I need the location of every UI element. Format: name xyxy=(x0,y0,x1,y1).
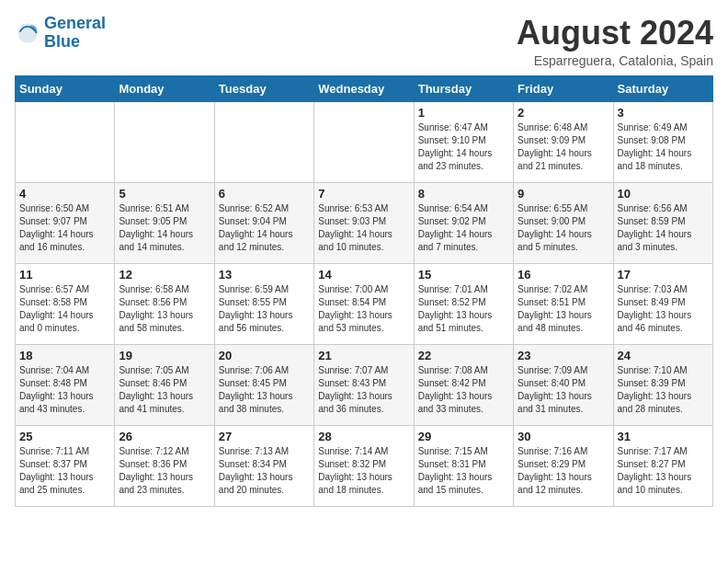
day-info: Sunrise: 7:09 AM Sunset: 8:40 PM Dayligh… xyxy=(518,364,609,416)
calendar-cell: 2Sunrise: 6:48 AM Sunset: 9:09 PM Daylig… xyxy=(514,101,613,182)
day-info: Sunrise: 6:49 AM Sunset: 9:08 PM Dayligh… xyxy=(618,121,709,173)
calendar-cell: 21Sunrise: 7:07 AM Sunset: 8:43 PM Dayli… xyxy=(314,344,414,425)
month-year: August 2024 xyxy=(517,15,713,52)
day-number: 24 xyxy=(618,349,709,362)
day-number: 10 xyxy=(618,187,709,201)
calendar-week-row: 25Sunrise: 7:11 AM Sunset: 8:37 PM Dayli… xyxy=(16,425,713,506)
weekday-header-row: SundayMondayTuesdayWednesdayThursdayFrid… xyxy=(16,75,713,101)
day-number: 6 xyxy=(219,187,310,201)
day-number: 19 xyxy=(119,349,210,362)
day-info: Sunrise: 7:01 AM Sunset: 8:52 PM Dayligh… xyxy=(418,283,509,335)
calendar-cell: 22Sunrise: 7:08 AM Sunset: 8:42 PM Dayli… xyxy=(414,344,513,425)
calendar-cell: 20Sunrise: 7:06 AM Sunset: 8:45 PM Dayli… xyxy=(214,344,313,425)
calendar-cell: 31Sunrise: 7:17 AM Sunset: 8:27 PM Dayli… xyxy=(613,425,712,506)
calendar-cell: 8Sunrise: 6:54 AM Sunset: 9:02 PM Daylig… xyxy=(414,182,513,263)
day-number: 20 xyxy=(219,349,310,362)
calendar-cell xyxy=(214,101,313,182)
calendar-cell xyxy=(115,101,214,182)
logo-line1: General xyxy=(44,14,106,32)
calendar-cell: 23Sunrise: 7:09 AM Sunset: 8:40 PM Dayli… xyxy=(514,344,613,425)
weekday-header: Wednesday xyxy=(314,75,414,101)
day-info: Sunrise: 6:59 AM Sunset: 8:55 PM Dayligh… xyxy=(219,283,310,335)
day-number: 17 xyxy=(618,268,709,282)
day-info: Sunrise: 7:14 AM Sunset: 8:32 PM Dayligh… xyxy=(318,445,409,497)
day-info: Sunrise: 6:53 AM Sunset: 9:03 PM Dayligh… xyxy=(318,202,409,254)
calendar-week-row: 4Sunrise: 6:50 AM Sunset: 9:07 PM Daylig… xyxy=(16,182,713,263)
day-number: 13 xyxy=(219,268,310,282)
calendar-cell: 11Sunrise: 6:57 AM Sunset: 8:58 PM Dayli… xyxy=(16,263,115,344)
day-info: Sunrise: 6:48 AM Sunset: 9:09 PM Dayligh… xyxy=(518,121,609,173)
day-number: 9 xyxy=(518,187,609,201)
day-number: 30 xyxy=(518,430,609,443)
day-number: 1 xyxy=(418,106,509,120)
logo-text: General Blue xyxy=(44,15,106,52)
day-info: Sunrise: 7:06 AM Sunset: 8:45 PM Dayligh… xyxy=(219,364,310,416)
day-number: 3 xyxy=(618,106,709,120)
day-number: 15 xyxy=(418,268,509,282)
calendar-cell: 3Sunrise: 6:49 AM Sunset: 9:08 PM Daylig… xyxy=(613,101,712,182)
day-number: 16 xyxy=(518,268,609,282)
location: Esparreguera, Catalonia, Spain xyxy=(517,53,713,68)
day-info: Sunrise: 6:51 AM Sunset: 9:05 PM Dayligh… xyxy=(119,202,210,254)
day-number: 7 xyxy=(318,187,409,201)
day-info: Sunrise: 7:05 AM Sunset: 8:46 PM Dayligh… xyxy=(119,364,210,416)
day-info: Sunrise: 6:55 AM Sunset: 9:00 PM Dayligh… xyxy=(518,202,609,254)
calendar: SundayMondayTuesdayWednesdayThursdayFrid… xyxy=(15,75,713,507)
calendar-cell: 25Sunrise: 7:11 AM Sunset: 8:37 PM Dayli… xyxy=(16,425,115,506)
day-info: Sunrise: 6:50 AM Sunset: 9:07 PM Dayligh… xyxy=(19,202,110,254)
weekday-header: Sunday xyxy=(16,75,115,101)
weekday-header: Monday xyxy=(115,75,214,101)
calendar-cell: 5Sunrise: 6:51 AM Sunset: 9:05 PM Daylig… xyxy=(115,182,214,263)
calendar-cell: 16Sunrise: 7:02 AM Sunset: 8:51 PM Dayli… xyxy=(514,263,613,344)
calendar-cell: 14Sunrise: 7:00 AM Sunset: 8:54 PM Dayli… xyxy=(314,263,414,344)
calendar-cell xyxy=(314,101,414,182)
day-info: Sunrise: 6:56 AM Sunset: 8:59 PM Dayligh… xyxy=(618,202,709,254)
day-info: Sunrise: 6:47 AM Sunset: 9:10 PM Dayligh… xyxy=(418,121,509,173)
day-info: Sunrise: 7:10 AM Sunset: 8:39 PM Dayligh… xyxy=(618,364,709,416)
calendar-cell: 29Sunrise: 7:15 AM Sunset: 8:31 PM Dayli… xyxy=(414,425,513,506)
day-info: Sunrise: 7:08 AM Sunset: 8:42 PM Dayligh… xyxy=(418,364,509,416)
day-number: 4 xyxy=(19,187,110,201)
calendar-cell: 12Sunrise: 6:58 AM Sunset: 8:56 PM Dayli… xyxy=(115,263,214,344)
calendar-cell: 15Sunrise: 7:01 AM Sunset: 8:52 PM Dayli… xyxy=(414,263,513,344)
day-number: 14 xyxy=(318,268,409,282)
day-number: 28 xyxy=(318,430,409,443)
day-info: Sunrise: 6:54 AM Sunset: 9:02 PM Dayligh… xyxy=(418,202,509,254)
weekday-header: Tuesday xyxy=(214,75,313,101)
day-info: Sunrise: 6:52 AM Sunset: 9:04 PM Dayligh… xyxy=(219,202,310,254)
day-number: 27 xyxy=(219,430,310,443)
calendar-cell: 27Sunrise: 7:13 AM Sunset: 8:34 PM Dayli… xyxy=(214,425,313,506)
calendar-week-row: 18Sunrise: 7:04 AM Sunset: 8:48 PM Dayli… xyxy=(16,344,713,425)
calendar-cell: 10Sunrise: 6:56 AM Sunset: 8:59 PM Dayli… xyxy=(613,182,712,263)
calendar-cell: 4Sunrise: 6:50 AM Sunset: 9:07 PM Daylig… xyxy=(16,182,115,263)
logo-line2: Blue xyxy=(44,32,80,51)
weekday-header: Saturday xyxy=(613,75,712,101)
calendar-week-row: 11Sunrise: 6:57 AM Sunset: 8:58 PM Dayli… xyxy=(16,263,713,344)
day-number: 12 xyxy=(119,268,210,282)
calendar-cell: 30Sunrise: 7:16 AM Sunset: 8:29 PM Dayli… xyxy=(514,425,613,506)
calendar-cell: 28Sunrise: 7:14 AM Sunset: 8:32 PM Dayli… xyxy=(314,425,414,506)
day-info: Sunrise: 7:00 AM Sunset: 8:54 PM Dayligh… xyxy=(318,283,409,335)
logo: General Blue xyxy=(15,15,106,52)
calendar-cell: 18Sunrise: 7:04 AM Sunset: 8:48 PM Dayli… xyxy=(16,344,115,425)
day-info: Sunrise: 6:58 AM Sunset: 8:56 PM Dayligh… xyxy=(119,283,210,335)
calendar-cell: 19Sunrise: 7:05 AM Sunset: 8:46 PM Dayli… xyxy=(115,344,214,425)
calendar-week-row: 1Sunrise: 6:47 AM Sunset: 9:10 PM Daylig… xyxy=(16,101,713,182)
calendar-cell: 7Sunrise: 6:53 AM Sunset: 9:03 PM Daylig… xyxy=(314,182,414,263)
day-number: 25 xyxy=(19,430,110,443)
day-number: 22 xyxy=(418,349,509,362)
day-info: Sunrise: 6:57 AM Sunset: 8:58 PM Dayligh… xyxy=(19,283,110,335)
day-info: Sunrise: 7:03 AM Sunset: 8:49 PM Dayligh… xyxy=(618,283,709,335)
day-info: Sunrise: 7:16 AM Sunset: 8:29 PM Dayligh… xyxy=(518,445,609,497)
day-number: 26 xyxy=(119,430,210,443)
logo-icon xyxy=(15,20,40,46)
day-number: 8 xyxy=(418,187,509,201)
calendar-cell: 24Sunrise: 7:10 AM Sunset: 8:39 PM Dayli… xyxy=(613,344,712,425)
day-info: Sunrise: 7:07 AM Sunset: 8:43 PM Dayligh… xyxy=(318,364,409,416)
weekday-header: Friday xyxy=(514,75,613,101)
calendar-cell: 13Sunrise: 6:59 AM Sunset: 8:55 PM Dayli… xyxy=(214,263,313,344)
calendar-cell: 6Sunrise: 6:52 AM Sunset: 9:04 PM Daylig… xyxy=(214,182,313,263)
day-number: 2 xyxy=(518,106,609,120)
day-info: Sunrise: 7:02 AM Sunset: 8:51 PM Dayligh… xyxy=(518,283,609,335)
day-number: 11 xyxy=(19,268,110,282)
